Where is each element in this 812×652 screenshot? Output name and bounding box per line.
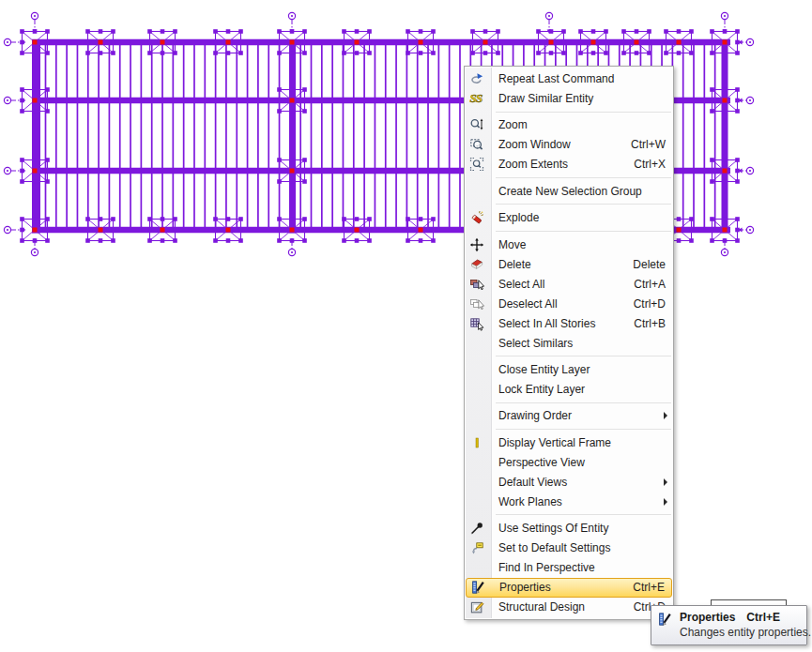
selection-handle[interactable] [735,228,740,233]
menu-item-display-vertical-frame[interactable]: Display Vertical Frame [465,432,673,452]
selection-handle[interactable] [536,40,541,45]
selection-handle[interactable] [664,51,668,55]
selection-handle[interactable] [277,40,282,45]
selection-handle[interactable] [536,29,541,34]
selection-handle[interactable] [213,228,218,233]
selection-handle[interactable] [33,29,38,34]
selection-handle[interactable] [710,99,714,103]
selection-handle[interactable] [604,29,608,34]
selection-handle[interactable] [635,51,639,55]
selection-handle[interactable] [238,238,243,243]
selection-handle[interactable] [238,40,243,45]
selection-handle[interactable] [677,51,682,55]
selection-handle[interactable] [45,228,50,233]
selection-handle[interactable] [735,179,740,184]
column-node[interactable] [591,40,596,45]
selection-handle[interactable] [277,109,282,114]
selection-handle[interactable] [406,238,410,243]
selection-handle[interactable] [277,158,282,162]
selection-handle[interactable] [710,228,714,233]
selection-handle[interactable] [342,51,346,55]
selection-handle[interactable] [406,40,410,45]
selection-handle[interactable] [470,51,475,55]
selection-handle[interactable] [689,40,694,45]
selection-handle[interactable] [20,109,24,114]
selection-handle[interactable] [290,29,295,34]
menu-item-lock-entity-layer[interactable]: Lock Entity Layer [465,379,673,399]
selection-handle[interactable] [355,29,360,34]
selection-handle[interactable] [45,217,50,221]
selection-handle[interactable] [20,40,24,45]
column-node[interactable] [290,99,295,103]
selection-handle[interactable] [689,238,694,243]
selection-handle[interactable] [302,169,307,174]
selection-handle[interactable] [20,179,24,184]
selection-handle[interactable] [342,238,346,243]
selection-handle[interactable] [561,40,566,45]
selection-handle[interactable] [647,29,651,34]
menu-item-find-in-perspective[interactable]: Find In Perspective [465,558,673,578]
selection-handle[interactable] [549,29,554,34]
menu-item-draw-similar-entity[interactable]: SSDraw Similar Entity [465,89,673,109]
selection-handle[interactable] [99,217,103,221]
selection-handle[interactable] [621,29,626,34]
selection-handle[interactable] [578,29,583,34]
selection-handle[interactable] [419,29,423,34]
column-node[interactable] [635,40,639,45]
selection-handle[interactable] [85,29,90,34]
selection-handle[interactable] [226,238,231,243]
selection-handle[interactable] [213,29,218,34]
selection-handle[interactable] [213,51,218,55]
selection-handle[interactable] [111,40,115,45]
column-node[interactable] [419,40,423,45]
menu-item-zoom[interactable]: Zoom [465,115,673,135]
menu-item-create-new-selection-group[interactable]: Create New Selection Group [465,181,673,201]
menu-item-repeat-last-command[interactable]: Repeat Last Command [465,69,673,89]
selection-handle[interactable] [723,158,728,162]
selection-handle[interactable] [111,29,115,34]
selection-handle[interactable] [226,217,231,221]
selection-handle[interactable] [302,158,307,162]
beam-vertical[interactable] [722,39,728,234]
selection-handle[interactable] [419,217,423,221]
selection-handle[interactable] [20,29,24,34]
menu-item-properties[interactable]: PropertiesCtrl+E [466,578,672,598]
selection-handle[interactable] [20,99,24,103]
selection-handle[interactable] [677,29,682,34]
selection-handle[interactable] [173,29,177,34]
selection-handle[interactable] [33,238,38,243]
selection-handle[interactable] [147,228,152,233]
selection-handle[interactable] [33,51,38,55]
selection-handle[interactable] [277,51,282,55]
menu-item-default-views[interactable]: Default Views [465,472,673,492]
selection-handle[interactable] [483,51,488,55]
selection-handle[interactable] [677,238,682,243]
selection-handle[interactable] [173,217,177,221]
selection-handle[interactable] [710,169,714,174]
menu-item-zoom-extents[interactable]: Zoom ExtentsCtrl+X [465,155,673,174]
selection-handle[interactable] [302,228,307,233]
menu-item-work-planes[interactable]: Work Planes [465,492,673,511]
selection-handle[interactable] [20,87,24,92]
selection-handle[interactable] [561,29,566,34]
column-node[interactable] [677,40,682,45]
selection-handle[interactable] [367,228,372,233]
selection-handle[interactable] [591,29,596,34]
column-node[interactable] [355,40,360,45]
selection-handle[interactable] [710,29,714,34]
selection-handle[interactable] [647,40,651,45]
selection-handle[interactable] [406,51,410,55]
menu-item-zoom-window[interactable]: Zoom WindowCtrl+W [465,135,673,155]
selection-handle[interactable] [302,51,307,55]
selection-handle[interactable] [277,217,282,221]
selection-handle[interactable] [290,217,295,221]
selection-handle[interactable] [20,51,24,55]
menu-item-deselect-all[interactable]: Deselect AllCtrl+D [465,294,673,313]
selection-handle[interactable] [578,40,583,45]
selection-handle[interactable] [419,238,423,243]
selection-handle[interactable] [238,217,243,221]
selection-handle[interactable] [213,40,218,45]
selection-handle[interactable] [290,179,295,184]
selection-handle[interactable] [173,228,177,233]
selection-handle[interactable] [161,238,165,243]
